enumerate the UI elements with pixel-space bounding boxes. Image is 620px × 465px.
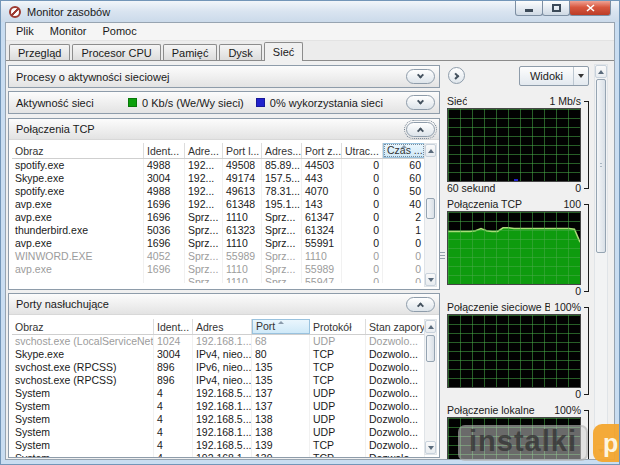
tab-przeglad[interactable]: Przegląd [9, 44, 70, 60]
cell: 143 [302, 198, 342, 211]
cell: Dozwolo... [366, 374, 425, 387]
panel-scrollbar[interactable] [594, 64, 608, 458]
tab-dysk[interactable]: Dysk [219, 44, 261, 60]
table-row[interactable]: spotify.exe4988192...4950885.89...445030… [12, 159, 425, 172]
table-row[interactable]: avp.exe1696Sprz...1110Sprz...6134702 [12, 211, 425, 224]
column-header-label: Stan zapory [369, 320, 425, 334]
table-row[interactable]: WINWORD.EXE4052Sprz...55989Sprz...111000 [12, 250, 425, 263]
scroll-up-button[interactable] [425, 320, 436, 333]
cell: 55989 [302, 263, 342, 276]
table-row[interactable]: svchost.exe (LocalServiceNetwo...1024192… [12, 335, 425, 348]
table-row[interactable]: spotify.exe4988192...4961378.31...407005… [12, 185, 425, 198]
cell: 55991 [302, 237, 342, 250]
column-header-7[interactable]: Utrac... [342, 143, 383, 158]
expand-section-button[interactable] [406, 69, 435, 84]
column-header-1[interactable]: Obraz [12, 143, 144, 158]
cell: Dozwolo... [366, 439, 425, 452]
views-dropdown-button[interactable]: Widoki [519, 66, 589, 86]
graph-min-label: 0 [575, 285, 581, 298]
chevron-right-icon [452, 73, 459, 80]
cell: Dozwolo... [366, 348, 425, 361]
menu-pomoc[interactable]: Pomoc [94, 23, 144, 40]
cell: UDP [310, 335, 366, 348]
scroll-up-button[interactable] [595, 65, 607, 78]
column-header-4[interactable]: Port [252, 319, 310, 334]
sort-ascending-icon [278, 321, 284, 324]
scroll-thumb[interactable] [426, 335, 435, 362]
column-header-3[interactable]: Adres [193, 319, 252, 334]
scroll-down-button[interactable] [425, 441, 436, 454]
table-body: svchost.exe (LocalServiceNetwo...1024192… [12, 335, 425, 457]
cell: TCP [310, 452, 366, 457]
table-row[interactable]: System4192.168.5...137UDPDozwolo... [12, 387, 425, 400]
cell: 0 [342, 224, 383, 237]
menu-monitor[interactable]: Monitor [42, 23, 95, 40]
tab-pamiec[interactable]: Pamięć [163, 44, 218, 60]
panel-network-processes: Procesy o aktywności sieciowej [8, 65, 440, 88]
table-row[interactable]: avp.exe1696Sprz...1110Sprz...5599100 [12, 237, 425, 250]
close-button[interactable] [569, 1, 611, 16]
graph-plot [447, 314, 581, 388]
cell: 49613 [223, 185, 262, 198]
menu-plik[interactable]: Plik [8, 23, 42, 40]
column-header-3[interactable]: Adre... [185, 143, 223, 158]
minimize-icon [525, 9, 533, 12]
table-row[interactable]: System4192.168.5...139TCPDozwolo... [12, 439, 425, 452]
panel-network-activity: Aktywność sieci 0 Kb/s (We/Wy sieci)0% w… [8, 91, 440, 114]
table-row[interactable]: Skype.exe3004192...49174157.5...443060 [12, 172, 425, 185]
column-header-8[interactable]: Czas ... [383, 143, 425, 158]
table-row[interactable]: avp.exe1696192...61348195.1...143040 [12, 198, 425, 211]
column-header-6[interactable]: Port z... [302, 143, 342, 158]
column-header-5[interactable]: Adres... [262, 143, 302, 158]
scroll-down-button[interactable] [425, 273, 436, 286]
column-header-6[interactable]: Stan zapory [366, 319, 425, 334]
column-header-4[interactable]: Port l... [223, 143, 262, 158]
table-row[interactable]: System4192.168.1...138UDPDozwolo... [12, 426, 425, 439]
collapse-section-button[interactable] [406, 122, 435, 137]
table-row[interactable]: System4192.168.5...138UDPDozwolo... [12, 413, 425, 426]
column-header-2[interactable]: Ident... [154, 319, 193, 334]
collapse-graphs-button[interactable] [448, 67, 465, 84]
ports-table-scrollbar[interactable] [424, 319, 437, 455]
table-row[interactable]: thunderbird.exe5036Sprz...61323Sprz...61… [12, 224, 425, 237]
scroll-thumb[interactable] [426, 198, 435, 219]
column-header-2[interactable]: Ident... [144, 143, 185, 158]
table-row[interactable]: System4192.168.1...137UDPDozwolo... [12, 400, 425, 413]
titlebar[interactable]: Monitor zasobów [1, 1, 619, 22]
cell: TCP [310, 374, 366, 387]
chevron-down-icon [417, 72, 424, 79]
minimize-button[interactable] [515, 1, 543, 16]
section-header[interactable]: Aktywność sieci 0 Kb/s (We/Wy sieci)0% w… [9, 92, 439, 113]
table-row[interactable]: svchost.exe (RPCSS)896IPv4, nieo...135TC… [12, 374, 425, 387]
section-header[interactable]: Połączenia TCP [9, 119, 439, 140]
column-header-5[interactable]: Protokół [310, 319, 366, 334]
graph-footer: 60 sekund0 [445, 182, 581, 195]
graph-header: Połączenie lokalne100% [445, 404, 581, 417]
table-row[interactable]: svchost.exe (RPCSS)896IPv6, nieo...135TC… [12, 361, 425, 374]
resource-monitor-window: Monitor zasobów PlikMonitorPomoc Przeglą… [0, 0, 620, 465]
table-header-row: ObrazIdent...Adre...Port l...Adres...Por… [12, 143, 425, 159]
table-row[interactable]: Skype.exe3004IPv4, nieo...80TCPDozwolo..… [12, 348, 425, 361]
section-header[interactable]: Porty nasłuchujące [9, 294, 439, 315]
cell: 1696 [144, 263, 185, 276]
tab-siec[interactable]: Sieć [264, 42, 303, 61]
table-row[interactable]: avp.exe1696Sprz...1110Sprz...5598900 [12, 263, 425, 276]
scroll-thumb[interactable] [596, 79, 606, 253]
section-header[interactable]: Procesy o aktywności sieciowej [9, 66, 439, 87]
column-header-1[interactable]: Obraz [12, 319, 154, 334]
cell: 0 [383, 237, 425, 250]
table-row[interactable]: Sprz...1110Sprz...5594700 [12, 276, 425, 283]
tcp-table-scrollbar[interactable] [424, 143, 437, 287]
maximize-button[interactable] [542, 1, 570, 16]
cell: 1696 [144, 237, 185, 250]
views-dropdown-arrow[interactable] [573, 67, 588, 85]
tab-procesor-cpu[interactable]: Procesor CPU [72, 44, 160, 60]
section-title: Procesy o aktywności sieciowej [16, 71, 169, 83]
expand-section-button[interactable] [406, 95, 435, 110]
table-row[interactable]: System4192.168.1...139TCPDozwolo... [12, 452, 425, 457]
cell: 1110 [223, 276, 262, 283]
graph-title: Sieć [447, 95, 467, 108]
scroll-up-button[interactable] [425, 144, 436, 157]
instalki-watermark: instalki pl [458, 424, 620, 462]
collapse-section-button[interactable] [406, 297, 435, 312]
